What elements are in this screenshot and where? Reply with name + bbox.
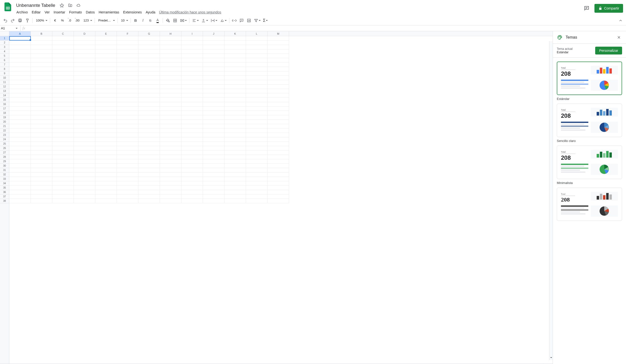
cell[interactable]	[160, 190, 181, 195]
cell[interactable]	[203, 102, 225, 106]
cell[interactable]	[52, 80, 74, 85]
cell[interactable]	[74, 102, 95, 106]
column-header[interactable]: L	[246, 31, 268, 36]
menu-editar[interactable]: Editar	[30, 9, 42, 15]
cell[interactable]	[31, 115, 52, 120]
cell[interactable]	[181, 155, 203, 159]
cell[interactable]	[246, 164, 268, 168]
cell[interactable]	[74, 186, 95, 190]
row-header[interactable]: 10	[0, 76, 9, 80]
cell[interactable]	[95, 120, 117, 124]
cell[interactable]	[9, 58, 31, 63]
cell[interactable]	[31, 142, 52, 146]
cell[interactable]	[9, 190, 31, 195]
cell[interactable]	[246, 36, 268, 40]
cell[interactable]	[117, 195, 138, 199]
row-header[interactable]: 30	[0, 164, 9, 168]
cell[interactable]	[95, 40, 117, 45]
cell[interactable]	[160, 129, 181, 133]
cell[interactable]	[225, 168, 246, 172]
cell[interactable]	[225, 155, 246, 159]
cell[interactable]	[9, 129, 31, 133]
cell[interactable]	[52, 186, 74, 190]
cell[interactable]	[138, 115, 160, 120]
cell[interactable]	[74, 80, 95, 85]
cell[interactable]	[181, 199, 203, 203]
cell[interactable]	[181, 146, 203, 150]
cell[interactable]	[268, 195, 289, 199]
cell[interactable]	[246, 159, 268, 164]
cell[interactable]	[203, 98, 225, 102]
cell[interactable]	[138, 63, 160, 67]
cell[interactable]	[138, 150, 160, 155]
cell[interactable]	[268, 40, 289, 45]
cell[interactable]	[117, 58, 138, 63]
cell[interactable]	[95, 199, 117, 203]
cell[interactable]	[52, 133, 74, 137]
cell[interactable]	[268, 146, 289, 150]
cell[interactable]	[95, 177, 117, 181]
cell[interactable]	[138, 80, 160, 85]
cell[interactable]	[52, 89, 74, 93]
cell[interactable]	[268, 142, 289, 146]
cell[interactable]	[9, 106, 31, 111]
cell[interactable]	[246, 186, 268, 190]
cell[interactable]	[9, 195, 31, 199]
cell[interactable]	[225, 45, 246, 49]
cell[interactable]	[225, 137, 246, 142]
text-wrap-dropdown[interactable]	[210, 17, 218, 24]
cell[interactable]	[31, 146, 52, 150]
row-header[interactable]: 6	[0, 58, 9, 63]
cell[interactable]	[268, 71, 289, 76]
cell[interactable]	[74, 124, 95, 129]
cell[interactable]	[31, 102, 52, 106]
cell[interactable]	[95, 115, 117, 120]
row-header[interactable]: 28	[0, 155, 9, 159]
currency-button[interactable]: €	[52, 17, 58, 24]
cell[interactable]	[52, 137, 74, 142]
cell[interactable]	[246, 45, 268, 49]
cell[interactable]	[203, 106, 225, 111]
cell[interactable]	[117, 106, 138, 111]
cell[interactable]	[246, 67, 268, 71]
cell[interactable]	[117, 120, 138, 124]
cell[interactable]	[225, 85, 246, 89]
cell[interactable]	[268, 58, 289, 63]
cell[interactable]	[203, 115, 225, 120]
cell[interactable]	[181, 80, 203, 85]
cell[interactable]	[138, 181, 160, 186]
cell[interactable]	[117, 67, 138, 71]
cell[interactable]	[160, 54, 181, 58]
cell[interactable]	[225, 159, 246, 164]
cell[interactable]	[9, 54, 31, 58]
cell[interactable]	[160, 195, 181, 199]
cell[interactable]	[246, 54, 268, 58]
font-size-dropdown[interactable]: 10	[119, 17, 129, 24]
cell[interactable]	[181, 71, 203, 76]
cell[interactable]	[74, 54, 95, 58]
cell[interactable]	[246, 195, 268, 199]
cell[interactable]	[160, 45, 181, 49]
cell[interactable]	[203, 85, 225, 89]
menu-formato[interactable]: Formato	[68, 9, 84, 15]
cell[interactable]	[225, 98, 246, 102]
theme-card[interactable]: Total 208	[557, 103, 622, 137]
theme-card[interactable]: Total 208	[557, 188, 622, 221]
cell[interactable]	[203, 49, 225, 54]
cell[interactable]	[225, 124, 246, 129]
cell[interactable]	[31, 106, 52, 111]
cell[interactable]	[74, 146, 95, 150]
cell[interactable]	[203, 71, 225, 76]
cell[interactable]	[117, 111, 138, 115]
cell[interactable]	[52, 93, 74, 98]
cell[interactable]	[52, 199, 74, 203]
cell[interactable]	[9, 89, 31, 93]
cell[interactable]	[181, 186, 203, 190]
cell[interactable]	[246, 155, 268, 159]
cell[interactable]	[203, 124, 225, 129]
row-header[interactable]: 32	[0, 172, 9, 177]
cell[interactable]	[181, 49, 203, 54]
cell[interactable]	[246, 181, 268, 186]
percent-button[interactable]: %	[59, 17, 66, 24]
cell[interactable]	[74, 63, 95, 67]
